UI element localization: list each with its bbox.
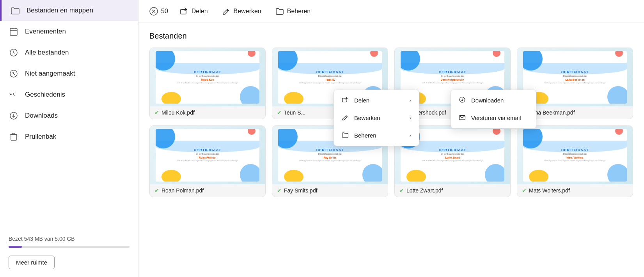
- context-submenu-item-downloaden[interactable]: Downloaden: [451, 92, 536, 109]
- context-menu-secondary: Downloaden Versturen via email: [451, 90, 536, 129]
- storage-label: Bezet 543 MB van 5.00 GB: [9, 236, 75, 242]
- context-submenu-item-versturen[interactable]: Versturen via email: [451, 109, 536, 127]
- sidebar-label-alle: Alle bestanden: [25, 49, 69, 56]
- sidebar: Bestanden en mappen Evenementen Alle bes…: [0, 0, 138, 277]
- sidebar-item-evenementen[interactable]: Evenementen: [0, 21, 138, 42]
- calendar-icon: [9, 26, 19, 37]
- bewerken-menu-label: Bewerken: [354, 115, 380, 121]
- sidebar-label-downloads: Downloads: [25, 112, 58, 120]
- arrow-icon: ›: [410, 132, 411, 138]
- svg-rect-0: [10, 28, 17, 35]
- folder-icon: [10, 5, 20, 16]
- download-icon: [9, 111, 19, 121]
- versturen-submenu-icon: [459, 114, 466, 122]
- context-menu-overlay: Delen › Bewerken › Beheren › Downloaden …: [138, 0, 644, 277]
- downloaden-submenu-icon: [459, 96, 466, 104]
- sidebar-item-bestanden[interactable]: Bestanden en mappen: [0, 0, 138, 21]
- storage-bar-fill: [9, 246, 22, 248]
- sidebar-label-prullenbak: Prullenbak: [25, 133, 56, 141]
- beheren-menu-icon: [342, 131, 349, 139]
- history-icon: [9, 90, 19, 100]
- sidebar-label-evenementen: Evenementen: [25, 28, 66, 35]
- main-content: 50 Delen Bewerken Beheren Bestanden: [138, 0, 644, 277]
- delen-menu-label: Delen: [354, 97, 369, 104]
- context-menu-item-delen[interactable]: Delen ›: [334, 92, 419, 109]
- meer-ruimte-button[interactable]: Meer ruimte: [9, 256, 55, 269]
- storage-section: Bezet 543 MB van 5.00 GB: [0, 229, 138, 252]
- delen-menu-icon: [342, 96, 349, 104]
- svg-rect-20: [342, 98, 347, 102]
- downloaden-submenu-label: Downloaden: [471, 97, 504, 104]
- sidebar-item-alle[interactable]: Alle bestanden: [0, 42, 138, 63]
- beheren-menu-label: Beheren: [354, 132, 376, 139]
- sidebar-label-bestanden: Bestanden en mappen: [27, 7, 93, 14]
- clock-icon: [9, 48, 19, 58]
- context-menu-item-beheren[interactable]: Beheren ›: [334, 127, 419, 144]
- sidebar-label-niet: Niet aangemaakt: [25, 70, 75, 78]
- sidebar-label-geschiedenis: Geschiedenis: [25, 91, 65, 99]
- sidebar-item-niet[interactable]: Niet aangemaakt: [0, 63, 138, 84]
- versturen-submenu-label: Versturen via email: [471, 115, 521, 121]
- arrow-icon: ›: [410, 115, 411, 121]
- svg-rect-9: [11, 134, 16, 140]
- sidebar-item-downloads[interactable]: Downloads: [0, 105, 138, 126]
- trash-icon: [9, 132, 19, 142]
- context-menu-primary: Delen › Bewerken › Beheren ›: [334, 90, 419, 146]
- clock-x-icon: [9, 69, 19, 79]
- context-menu-item-bewerken[interactable]: Bewerken ›: [334, 109, 419, 127]
- sidebar-item-geschiedenis[interactable]: Geschiedenis: [0, 84, 138, 105]
- storage-bar-bg: [9, 246, 130, 248]
- arrow-icon: ›: [410, 97, 411, 103]
- bewerken-menu-icon: [342, 114, 349, 122]
- sidebar-item-prullenbak[interactable]: Prullenbak: [0, 126, 138, 147]
